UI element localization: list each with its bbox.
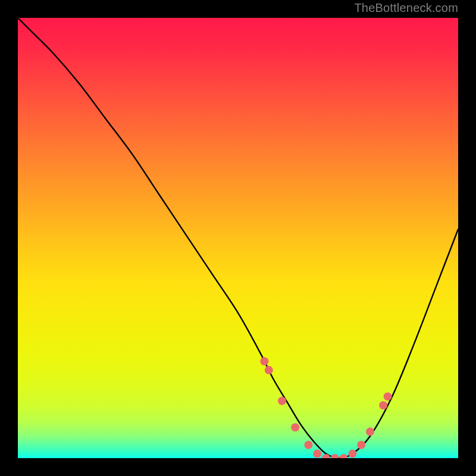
marker-dot	[366, 428, 374, 436]
attribution-label: TheBottleneck.com	[354, 1, 458, 15]
marker-dot	[278, 397, 286, 405]
chart-container: TheBottleneck.com	[0, 0, 476, 476]
marker-dot	[384, 392, 392, 400]
bottleneck-curve	[18, 18, 458, 458]
marker-dot	[340, 454, 348, 458]
marker-dot	[331, 454, 339, 458]
marker-dot	[322, 454, 330, 458]
marker-dot	[265, 366, 273, 374]
marker-dot	[260, 357, 268, 365]
plot-area	[18, 18, 458, 458]
chart-svg	[18, 18, 458, 458]
marker-dot	[304, 441, 312, 449]
marker-dot	[348, 450, 356, 458]
highlight-markers	[260, 357, 392, 458]
marker-dot	[291, 423, 299, 431]
marker-dot	[357, 441, 365, 449]
marker-dot	[379, 401, 387, 409]
marker-dot	[313, 450, 321, 458]
curve-layer	[18, 18, 458, 458]
